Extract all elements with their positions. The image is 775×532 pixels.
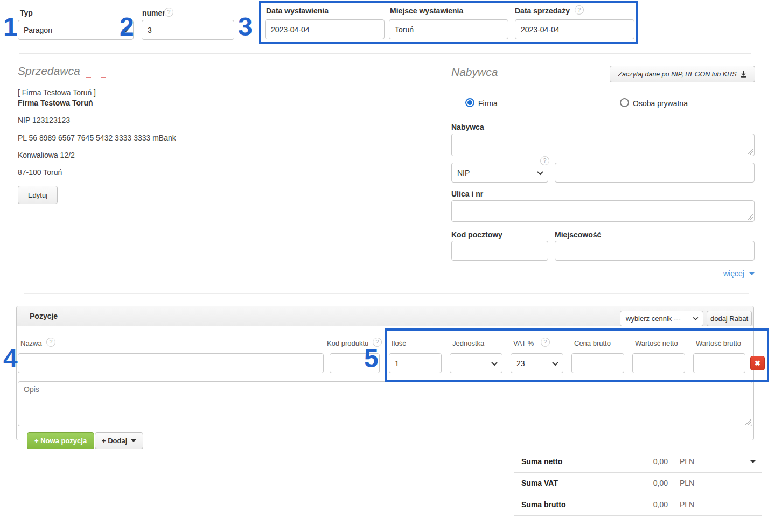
seller-edit-dash-icon[interactable] xyxy=(86,77,91,78)
unit-select[interactable] xyxy=(450,353,502,373)
new-item-button[interactable]: + Nowa pozycja xyxy=(27,432,94,449)
pricelist-select[interactable]: wybierz cennik --- xyxy=(620,311,703,326)
item-description-textarea[interactable] xyxy=(18,381,752,426)
buyer-city-input[interactable] xyxy=(555,241,755,261)
divider xyxy=(24,293,749,294)
vat-select-value: 23 xyxy=(516,359,525,368)
summary-label: Suma brutto xyxy=(521,500,565,509)
vat-help-icon[interactable]: ? xyxy=(541,338,550,347)
buyer-taxid-select[interactable]: NIP xyxy=(451,163,548,183)
summary-row-gross: Suma brutto 0,00 PLN xyxy=(514,494,762,516)
annotation-1: 1 xyxy=(3,14,18,40)
product-code-label: Kod produktu xyxy=(327,339,368,347)
seller-street: Konwaliowa 12/2 xyxy=(18,151,75,159)
typ-label: Typ xyxy=(20,9,33,17)
add-dropdown-button[interactable]: + Dodaj xyxy=(95,432,143,449)
gross-value-label: Wartość brutto xyxy=(696,339,741,347)
buyer-type-company-radio[interactable] xyxy=(465,98,474,107)
issue-date-input[interactable] xyxy=(265,19,385,39)
buyer-taxid-help-icon[interactable]: ? xyxy=(540,156,549,165)
numer-label: numer xyxy=(142,9,165,17)
buyer-type-person-radio[interactable] xyxy=(620,98,629,107)
summary-currency: PLN xyxy=(680,457,694,466)
gross-value-input[interactable] xyxy=(693,353,745,373)
sale-date-input[interactable] xyxy=(515,19,634,39)
summary-row-vat: Suma VAT 0,00 PLN xyxy=(514,473,762,494)
radio-dot-icon xyxy=(467,100,472,105)
seller-edit-dash-icon[interactable] xyxy=(101,77,106,78)
seller-city: 87-100 Toruń xyxy=(18,168,62,177)
download-icon xyxy=(740,71,747,78)
currency-dropdown-icon[interactable] xyxy=(750,460,756,463)
issue-place-label: Miejsce wystawienia xyxy=(390,6,463,15)
invoice-form-page: Typ Paragon numer ? Data wystawienia Mie… xyxy=(0,0,775,532)
seller-edit-button[interactable]: Edytuj xyxy=(18,186,58,204)
numer-help-icon[interactable]: ? xyxy=(164,8,173,17)
summary-value: 0,00 xyxy=(636,479,668,487)
vat-select[interactable]: 23 xyxy=(511,353,563,373)
buyer-street-textarea[interactable] xyxy=(451,200,755,222)
seller-nip: NIP 123123123 xyxy=(18,116,70,124)
delete-item-button[interactable]: ✖ xyxy=(750,356,765,370)
summary-value: 0,00 xyxy=(636,500,668,509)
buyer-taxid-input[interactable] xyxy=(555,163,755,183)
qty-input[interactable] xyxy=(389,353,442,373)
fetch-gus-data-label: Zaczytaj dane po NIP, REGON lub KRS xyxy=(618,71,736,78)
gross-price-input[interactable] xyxy=(571,353,624,373)
product-code-input[interactable] xyxy=(330,353,380,373)
buyer-postcode-input[interactable] xyxy=(451,241,548,261)
buyer-name-label: Nabywca xyxy=(451,123,484,131)
buyer-taxid-select-value: NIP xyxy=(457,169,470,177)
more-link-label: więcej xyxy=(723,269,744,278)
sale-date-label: Data sprzedaży xyxy=(515,6,570,15)
pricelist-select-value: wybierz cennik --- xyxy=(626,314,681,323)
summary-label: Suma VAT xyxy=(521,479,558,487)
chevron-down-icon xyxy=(131,439,136,442)
gross-price-label: Cena brutto xyxy=(574,339,611,347)
net-value-input[interactable] xyxy=(632,353,685,373)
product-code-help-icon[interactable]: ? xyxy=(373,338,382,347)
numer-input[interactable] xyxy=(142,20,234,40)
qty-label: Ilość xyxy=(392,339,406,347)
item-name-input[interactable] xyxy=(18,353,324,373)
item-name-label: Nazwa xyxy=(20,339,42,347)
seller-heading: Sprzedawca xyxy=(18,65,80,78)
net-value-label: Wartość netto xyxy=(635,339,678,347)
close-icon: ✖ xyxy=(755,359,760,367)
chevron-down-icon xyxy=(749,272,755,275)
summary-currency: PLN xyxy=(680,479,694,487)
chevron-down-icon xyxy=(693,315,699,320)
buyer-city-label: Miejscowość xyxy=(555,230,601,239)
annotation-4: 4 xyxy=(3,346,18,372)
buyer-name-textarea[interactable] xyxy=(451,134,755,156)
fetch-gus-data-button[interactable]: Zaczytaj dane po NIP, REGON lub KRS xyxy=(610,66,755,82)
buyer-type-company-label[interactable]: Firma xyxy=(478,99,498,108)
add-discount-button[interactable]: dodaj Rabat xyxy=(707,311,752,326)
seller-name: Firma Testowa Toruń xyxy=(18,99,93,107)
divider xyxy=(19,53,751,54)
items-title: Pozycje xyxy=(30,312,58,320)
more-link[interactable]: więcej xyxy=(723,269,755,278)
item-name-help-icon[interactable]: ? xyxy=(46,338,55,347)
buyer-street-label: Ulica i nr xyxy=(451,190,483,198)
buyer-postcode-label: Kod pocztowy xyxy=(451,230,502,239)
summary-label: Suma netto xyxy=(521,457,562,466)
vat-label: VAT % xyxy=(513,339,534,347)
summary-row-net: Suma netto 0,00 PLN xyxy=(514,451,762,473)
unit-label: Jednostka xyxy=(452,339,484,347)
summary-value: 0,00 xyxy=(636,457,668,466)
seller-bank-account: PL 56 8989 6567 7645 5432 3333 3333 mBan… xyxy=(18,134,176,142)
add-dropdown-label: + Dodaj xyxy=(102,437,127,445)
buyer-heading: Nabywca xyxy=(451,66,498,79)
typ-select[interactable]: Paragon xyxy=(18,20,134,40)
typ-select-value: Paragon xyxy=(24,26,52,34)
chevron-down-icon xyxy=(537,169,543,174)
seller-alias: [ Firma Testowa Toruń ] xyxy=(18,88,96,97)
sale-date-help-icon[interactable]: ? xyxy=(575,5,584,15)
summary-currency: PLN xyxy=(680,500,694,509)
issue-place-input[interactable] xyxy=(389,19,508,39)
chevron-down-icon xyxy=(491,359,497,365)
chevron-down-icon xyxy=(122,26,128,32)
issue-date-label: Data wystawienia xyxy=(266,6,329,15)
buyer-type-person-label[interactable]: Osoba prywatna xyxy=(633,99,688,108)
